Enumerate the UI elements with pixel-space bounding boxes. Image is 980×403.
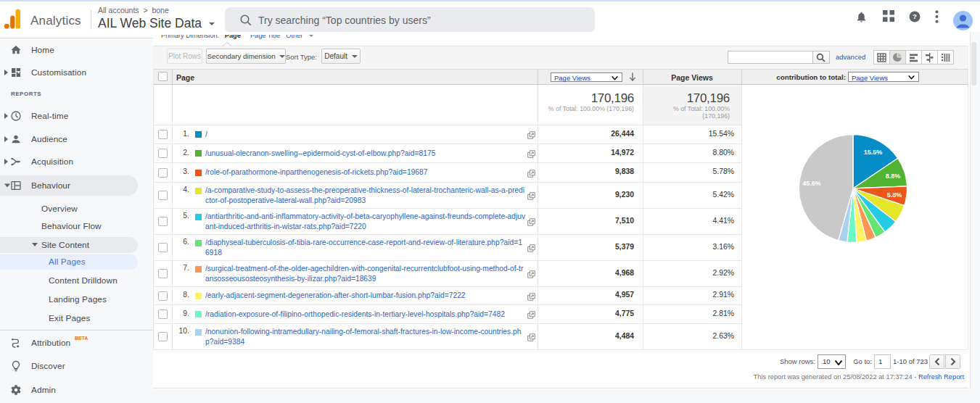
svg-text:15.5%: 15.5% — [864, 149, 883, 156]
svg-text:5.8%: 5.8% — [887, 191, 902, 199]
svg-text:?: ? — [913, 12, 917, 20]
svg-text:45.6%: 45.6% — [802, 180, 821, 187]
svg-text:8.8%: 8.8% — [886, 173, 901, 180]
